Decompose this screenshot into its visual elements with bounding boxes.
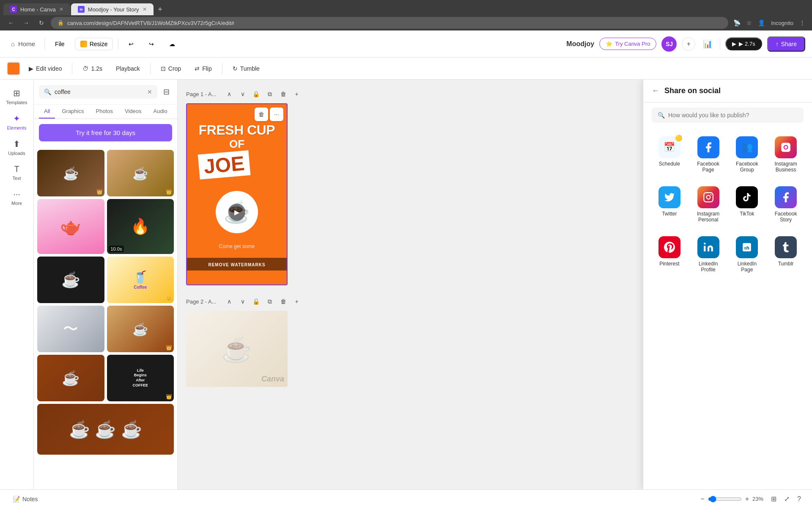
play-overlay-button[interactable]: ▶: [228, 204, 245, 221]
list-item[interactable]: ☕ 👑: [107, 150, 174, 196]
sidebar-item-text[interactable]: T Text: [2, 161, 32, 184]
page-1-up-button[interactable]: ∧: [223, 88, 235, 100]
share-item-instagram-business[interactable]: Instagram Business: [768, 131, 804, 178]
help-button[interactable]: ?: [795, 493, 804, 505]
try-pro-button[interactable]: ⭐ Try Canva Pro: [599, 38, 656, 50]
search-input[interactable]: [55, 88, 144, 95]
share-item-linkedin-page[interactable]: LinkedIn Page: [730, 231, 765, 278]
playback-button[interactable]: Playback: [111, 63, 145, 75]
share-item-facebook-group[interactable]: 👥 Facebook Group: [730, 131, 765, 178]
filter-button[interactable]: ⊟: [161, 85, 172, 99]
canvas-frame-1[interactable]: 🗑 ··· FRESH CUP OF JOE: [186, 103, 288, 285]
tab-canva[interactable]: C Home - Canva ✕: [3, 3, 70, 15]
avatar-button[interactable]: SJ: [661, 36, 677, 52]
share-search-input[interactable]: [668, 112, 798, 119]
notes-icon: 📝: [13, 496, 20, 502]
share-item-twitter[interactable]: Twitter: [652, 181, 687, 228]
page-2-up-button[interactable]: ∧: [223, 295, 235, 307]
star-icon[interactable]: ☆: [745, 18, 754, 28]
share-item-facebook-page[interactable]: Facebook Page: [691, 131, 726, 178]
share-item-pinterest[interactable]: Pinterest: [652, 231, 687, 278]
share-item-tumblr[interactable]: Tumblr: [768, 231, 804, 278]
tab-photos[interactable]: Photos: [91, 105, 118, 119]
zoom-out-button[interactable]: −: [700, 495, 704, 503]
file-button[interactable]: File: [50, 38, 70, 50]
fresh-cup-text: FRESH CUP: [199, 123, 275, 138]
color-swatch[interactable]: [7, 62, 20, 75]
share-item-instagram-personal[interactable]: Instagram Personal: [691, 181, 726, 228]
list-item[interactable]: 〜: [37, 306, 104, 352]
crop-button[interactable]: ⊡ Crop: [156, 63, 186, 75]
list-item[interactable]: ☕ 👑: [107, 306, 174, 352]
page-1-copy-button[interactable]: ⧉: [264, 88, 276, 100]
address-bar[interactable]: 🔒 canva.com/design/DAFNVetRTV8/J1WoMZtkP…: [51, 17, 728, 29]
profile-icon[interactable]: 👤: [756, 18, 767, 28]
sidebar-item-more[interactable]: ··· More: [2, 186, 32, 209]
list-item[interactable]: 🥤 Coffee 👑: [107, 257, 174, 303]
list-item[interactable]: 🫖: [37, 199, 104, 254]
tab-audio[interactable]: Audio: [148, 105, 172, 119]
canvas-frame-2[interactable]: ☕ Canva: [186, 311, 288, 387]
tab-videos[interactable]: Videos: [120, 105, 147, 119]
grid-view-button[interactable]: ⊞: [768, 492, 779, 505]
flip-button[interactable]: ⇄ Flip: [189, 63, 217, 75]
forward-button[interactable]: →: [20, 17, 32, 29]
page-2-delete-button[interactable]: 🗑: [277, 295, 289, 307]
share-item-tiktok[interactable]: TikTok: [730, 181, 765, 228]
list-item[interactable]: 🔥 10.0s: [107, 199, 174, 254]
share-item-facebook-story[interactable]: Facebook Story: [768, 181, 804, 228]
cast-icon[interactable]: 📡: [732, 18, 742, 28]
clear-search-button[interactable]: ✕: [147, 88, 152, 95]
zoom-in-button[interactable]: +: [745, 495, 749, 503]
edit-video-button[interactable]: ▶ Edit video: [24, 63, 67, 75]
undo-button[interactable]: ↩: [123, 38, 139, 50]
share-item-linkedin-profile[interactable]: LinkedIn Profile: [691, 231, 726, 278]
play-button[interactable]: ▶ ▶ 2.7s: [725, 37, 762, 50]
redo-button[interactable]: ↪: [144, 38, 159, 50]
canvas-more-button[interactable]: ···: [270, 108, 283, 121]
zoom-slider[interactable]: [708, 496, 742, 502]
tab-moodjoy[interactable]: M Moodjoy - Your Story ✕: [71, 3, 154, 15]
share-item-schedule[interactable]: 📅 🟡 Schedule: [652, 131, 687, 178]
share-button[interactable]: ↑ Share: [767, 36, 805, 52]
tumble-button[interactable]: ↻ Tumble: [228, 63, 265, 75]
list-item[interactable]: LifeBeginsAfterCOFFEE 👑: [107, 355, 174, 401]
sidebar-item-elements[interactable]: ✦ Elements: [2, 110, 32, 134]
canvas-area[interactable]: Page 1 - A... ∧ ∨ 🔒 ⧉ 🗑 + 🗑 ···: [178, 80, 643, 489]
duration-button[interactable]: ⏱ 1.2s: [77, 63, 107, 75]
page-2-down-button[interactable]: ∨: [237, 295, 249, 307]
save-cloud-button[interactable]: ☁: [164, 38, 180, 50]
fullscreen-button[interactable]: ⤢: [782, 492, 792, 505]
home-button[interactable]: ⌂ Home: [7, 38, 39, 50]
list-item[interactable]: ☕ ☕ ☕: [37, 404, 174, 455]
list-item[interactable]: ☕: [37, 355, 104, 401]
page-1-delete-button[interactable]: 🗑: [277, 88, 289, 100]
list-item[interactable]: ☕ 👑: [37, 150, 104, 196]
try-free-button[interactable]: Try it free for 30 days: [39, 124, 172, 141]
watermark-bar[interactable]: REMOVE WATERMARKS: [187, 258, 287, 271]
tab-canva-close[interactable]: ✕: [59, 6, 63, 12]
tab-graphics[interactable]: Graphics: [57, 105, 89, 119]
canvas-delete-button[interactable]: 🗑: [255, 108, 268, 121]
tab-all[interactable]: All: [39, 105, 55, 119]
header-divider-1: [44, 38, 45, 50]
new-tab-button[interactable]: +: [154, 3, 166, 15]
notes-button[interactable]: 📝 Notes: [8, 493, 42, 505]
page-1-down-button[interactable]: ∨: [237, 88, 249, 100]
resize-button[interactable]: Resize: [75, 38, 113, 50]
page-2-copy-button[interactable]: ⧉: [264, 295, 276, 307]
list-item[interactable]: ☕: [37, 257, 104, 303]
sidebar-item-templates[interactable]: ⊞ Templates: [2, 85, 32, 108]
tab-moodjoy-close[interactable]: ✕: [143, 6, 147, 12]
add-button[interactable]: +: [682, 37, 695, 51]
more-options-icon[interactable]: ⋮: [798, 18, 807, 28]
page-2-lock-button[interactable]: 🔒: [250, 295, 262, 307]
page-1-add-button[interactable]: +: [291, 88, 303, 100]
sidebar-item-uploads[interactable]: ⬆ Uploads: [2, 135, 32, 159]
analytics-button[interactable]: 📊: [700, 37, 715, 51]
page-2-add-button[interactable]: +: [291, 295, 303, 307]
share-back-button[interactable]: ←: [652, 86, 659, 95]
page-1-lock-button[interactable]: 🔒: [250, 88, 262, 100]
back-button[interactable]: ←: [5, 17, 17, 29]
refresh-button[interactable]: ↻: [36, 17, 47, 29]
